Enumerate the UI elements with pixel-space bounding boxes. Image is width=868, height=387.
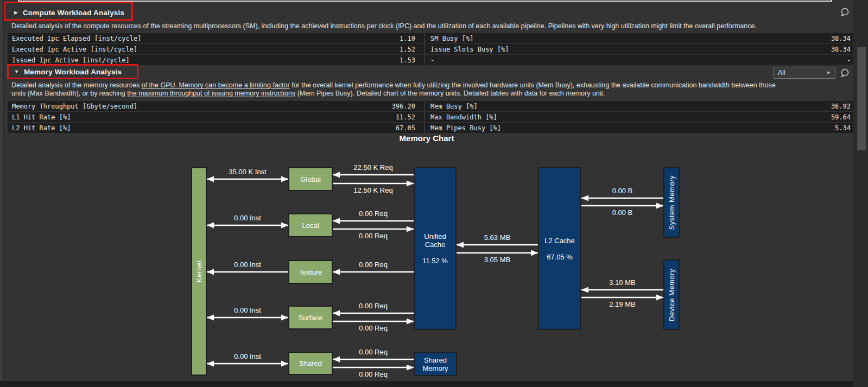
arrowhead <box>281 223 288 229</box>
arrowhead <box>333 269 340 275</box>
edge-label: 22.50 K Req <box>353 163 392 172</box>
metric-label: Mem Pipes Busy [%] <box>430 124 501 132</box>
node-label <box>559 245 561 253</box>
chevron-down-icon <box>826 72 831 74</box>
metric-label: SM Busy [%] <box>430 35 473 42</box>
section-title-memory: Memory Workload Analysis <box>24 68 122 76</box>
node-shared-memory: SharedMemory <box>414 352 457 376</box>
edge-label: 0.00 B <box>612 187 633 195</box>
vertical-scrollbar-thumb[interactable] <box>857 47 866 150</box>
arrowhead <box>207 315 214 321</box>
section-header-memory-workload[interactable]: ▼ Memory Workload Analysis <box>0 64 853 79</box>
metric-value: 1.53 <box>400 56 415 64</box>
node-label: Shared <box>424 356 447 364</box>
node-label: System Memory <box>668 175 676 230</box>
section-title-compute: Compute Workload Analysis <box>23 9 124 17</box>
edge-label: 3.10 MB <box>609 278 635 287</box>
node-label: Kernel <box>195 261 203 283</box>
node-label <box>434 249 436 257</box>
arrowhead <box>333 218 340 224</box>
metric-label: Mem Busy [%] <box>430 103 478 110</box>
edge-label: 0.00 Req <box>359 210 388 218</box>
section-header-compute-workload[interactable]: ▶ Compute Workload Analysis <box>0 5 853 20</box>
metric-value: 5.34 <box>835 124 851 132</box>
dropdown-selected-value: All <box>774 69 785 77</box>
edge-label: 0.00 Inst <box>234 261 261 269</box>
arrowhead <box>407 181 414 187</box>
memory-filter-dropdown[interactable]: All <box>774 67 835 79</box>
arrowhead <box>333 310 340 316</box>
node-label: Memory <box>423 364 448 372</box>
table-row[interactable]: Memory Throughput [Gbyte/second]396.20Me… <box>8 101 853 111</box>
arrowhead <box>656 295 663 301</box>
edge-label: 0.00 Inst <box>234 306 261 314</box>
edge-label: 0.00 Req <box>359 370 388 378</box>
metric-value: 38.34 <box>831 35 851 42</box>
metric-value: 38.34 <box>831 46 851 53</box>
node-kernel: Kernel <box>191 167 207 376</box>
underlined-phrase: of the GPU. Memory can become a limiting… <box>142 81 290 89</box>
edge-label: 0.00 Req <box>359 348 388 356</box>
comment-bubble-icon[interactable] <box>840 8 850 17</box>
description-text: Detailed analysis of the memory resource… <box>11 81 142 89</box>
table-row[interactable]: Executed Ipc Elapsed [inst/cycle]1.10SM … <box>8 33 853 43</box>
table-row[interactable]: L1 Hit Rate [%]11.52Max Bandwidth [%]59.… <box>8 112 853 122</box>
edge-label: 0.00 Req <box>359 324 388 332</box>
node-label: Texture <box>299 268 322 276</box>
node-global: Global <box>288 167 333 191</box>
metric-value: 11.52 <box>396 113 415 121</box>
column-divider <box>424 33 425 43</box>
collapse-triangle-down-icon[interactable]: ▼ <box>14 69 19 74</box>
arrowhead <box>407 226 414 232</box>
node-surface: Surface <box>288 306 333 329</box>
metric-value: 36.92 <box>831 103 851 110</box>
node-label: Shared <box>299 359 322 367</box>
column-divider <box>424 44 425 54</box>
metric-label: - <box>430 56 434 64</box>
node-label: Global <box>300 175 321 183</box>
arrowhead <box>207 361 214 367</box>
metric-label: Executed Ipc Elapsed [inst/cycle] <box>12 35 141 42</box>
column-divider <box>424 123 425 133</box>
arrowhead <box>207 269 214 275</box>
previous-section-remnant <box>18 0 832 2</box>
metric-label: Max Bandwidth [%] <box>430 113 497 121</box>
table-row[interactable]: Executed Ipc Active [inst/cycle]1.52Issu… <box>8 44 853 54</box>
memory-chart-title: Memory Chart <box>0 134 853 143</box>
edge-label: 0.00 Req <box>359 232 388 240</box>
node-label: Surface <box>299 314 323 322</box>
comment-bubble-icon[interactable] <box>840 68 850 78</box>
arrowhead <box>333 357 340 363</box>
node-device-memory: Device Memory <box>663 259 680 330</box>
metric-label: Issue Slots Busy [%] <box>430 46 509 53</box>
compute-description: Detailed analysis of the compute resourc… <box>11 22 757 30</box>
metric-label: L1 Hit Rate [%] <box>12 113 71 121</box>
edge-label: 0.00 B <box>612 208 633 217</box>
column-divider <box>424 101 425 111</box>
metric-value: 67.05 <box>396 124 415 132</box>
underlined-phrase: the maximum throughput of issuing memory… <box>127 90 295 97</box>
metric-label: Executed Ipc Active [inst/cycle] <box>12 46 137 53</box>
table-row[interactable]: L2 Hit Rate [%]67.05Mem Pipes Busy [%]5.… <box>8 123 853 133</box>
node-system-memory: System Memory <box>663 167 680 238</box>
edge-label: 2.19 MB <box>609 300 635 308</box>
edge-label: 12.50 K Req <box>353 186 392 194</box>
description-line: Detailed analysis of the memory resource… <box>11 81 776 90</box>
metric-value: 396.20 <box>392 103 415 110</box>
edge-label: 35.00 K Inst <box>229 168 267 176</box>
node-unified-cache: UnifiedCache 11.52 % <box>414 167 457 330</box>
next-section-remnant <box>0 381 853 387</box>
compute-metrics-table: Executed Ipc Elapsed [inst/cycle]1.10SM … <box>8 33 853 66</box>
description-text: for the overall kernel performance when … <box>290 81 776 89</box>
collapse-triangle-right-icon[interactable]: ▶ <box>14 10 18 15</box>
node-shared: Shared <box>288 352 333 375</box>
node-texture: Texture <box>288 260 333 284</box>
metric-label: L2 Hit Rate [%] <box>12 124 71 132</box>
metric-label: Memory Throughput [Gbyte/second] <box>12 103 137 110</box>
memory-metrics-table: Memory Throughput [Gbyte/second]396.20Me… <box>8 101 853 134</box>
node-label: Local <box>302 221 319 230</box>
window-left-edge <box>0 0 4 387</box>
arrowhead <box>581 287 588 293</box>
metric-value: - <box>847 56 851 64</box>
description-text: (Mem Pipes Busy). Detailed chart of the … <box>295 90 605 97</box>
